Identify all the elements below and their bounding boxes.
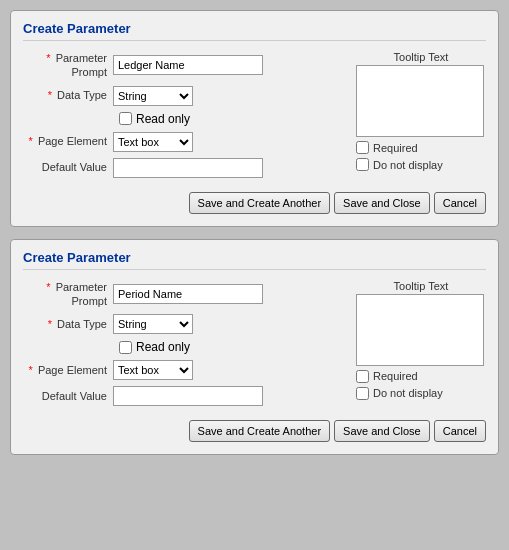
default-value-row-1: Default Value [23, 158, 348, 178]
data-type-select-2[interactable]: String Number Date Boolean [113, 314, 193, 334]
cancel-button-2[interactable]: Cancel [434, 420, 486, 442]
default-value-label-2: Default Value [23, 389, 113, 403]
read-only-checkbox-1[interactable] [119, 112, 132, 125]
create-parameter-panel-1: Create Parameter * Parameter Prompt * Da… [10, 10, 499, 227]
page-element-select-1[interactable]: Text box Dropdown Date picker [113, 132, 193, 152]
page-element-row-1: * Page Element Text box Dropdown Date pi… [23, 132, 348, 152]
tooltip-label-2: Tooltip Text [356, 280, 486, 292]
cancel-button-1[interactable]: Cancel [434, 192, 486, 214]
panel-2-title: Create Parameter [23, 250, 486, 270]
required-star-dt-1: * [48, 89, 52, 101]
read-only-row-1: Read only [119, 112, 348, 126]
required-star-pe-1: * [29, 135, 33, 147]
footer-row-1: Save and Create Another Save and Close C… [23, 192, 486, 214]
parameter-prompt-label-1: * Parameter Prompt [23, 51, 113, 80]
required-star-1: * [46, 52, 50, 64]
read-only-label-2: Read only [136, 340, 190, 354]
required-star-pe-2: * [29, 364, 33, 376]
read-only-checkbox-2[interactable] [119, 341, 132, 354]
page-element-control-2: Text box Dropdown Date picker [113, 360, 193, 380]
panel-1-title: Create Parameter [23, 21, 486, 41]
create-parameter-panel-2: Create Parameter * Parameter Prompt * Da… [10, 239, 499, 456]
save-and-create-button-2[interactable]: Save and Create Another [189, 420, 331, 442]
data-type-row-1: * Data Type String Number Date Boolean [23, 86, 348, 106]
save-and-close-button-1[interactable]: Save and Close [334, 192, 430, 214]
default-value-row-2: Default Value [23, 386, 348, 406]
page-element-select-2[interactable]: Text box Dropdown Date picker [113, 360, 193, 380]
right-checkboxes-1: Required Do not display [356, 141, 443, 171]
read-only-row-2: Read only [119, 340, 348, 354]
parameter-prompt-row-2: * Parameter Prompt [23, 280, 348, 309]
required-star-2: * [46, 281, 50, 293]
default-value-input-1[interactable] [113, 158, 263, 178]
required-checkbox-2[interactable] [356, 370, 369, 383]
default-value-input-2[interactable] [113, 386, 263, 406]
page-element-label-2: * Page Element [23, 363, 113, 377]
parameter-prompt-input-2[interactable] [113, 284, 263, 304]
do-not-display-label-2: Do not display [373, 387, 443, 399]
data-type-select-1[interactable]: String Number Date Boolean [113, 86, 193, 106]
do-not-display-checkbox-2[interactable] [356, 387, 369, 400]
tooltip-textarea-1[interactable] [356, 65, 484, 137]
tooltip-label-1: Tooltip Text [356, 51, 486, 63]
page-element-control-1: Text box Dropdown Date picker [113, 132, 193, 152]
do-not-display-checkbox-1[interactable] [356, 158, 369, 171]
data-type-row-2: * Data Type String Number Date Boolean [23, 314, 348, 334]
right-checkboxes-2: Required Do not display [356, 370, 443, 400]
required-label-1: Required [373, 142, 418, 154]
do-not-display-row-2: Do not display [356, 387, 443, 400]
parameter-prompt-input-1[interactable] [113, 55, 263, 75]
required-checkbox-1[interactable] [356, 141, 369, 154]
parameter-prompt-row-1: * Parameter Prompt [23, 51, 348, 80]
do-not-display-row-1: Do not display [356, 158, 443, 171]
page-element-label-1: * Page Element [23, 134, 113, 148]
data-type-label-2: * Data Type [23, 317, 113, 331]
default-value-label-1: Default Value [23, 160, 113, 174]
data-type-label-1: * Data Type [23, 88, 113, 102]
tooltip-textarea-2[interactable] [356, 294, 484, 366]
footer-row-2: Save and Create Another Save and Close C… [23, 420, 486, 442]
required-star-dt-2: * [48, 318, 52, 330]
do-not-display-label-1: Do not display [373, 159, 443, 171]
save-and-create-button-1[interactable]: Save and Create Another [189, 192, 331, 214]
save-and-close-button-2[interactable]: Save and Close [334, 420, 430, 442]
required-label-2: Required [373, 370, 418, 382]
required-row-1: Required [356, 141, 443, 154]
page-element-row-2: * Page Element Text box Dropdown Date pi… [23, 360, 348, 380]
required-row-2: Required [356, 370, 443, 383]
parameter-prompt-label-2: * Parameter Prompt [23, 280, 113, 309]
read-only-label-1: Read only [136, 112, 190, 126]
